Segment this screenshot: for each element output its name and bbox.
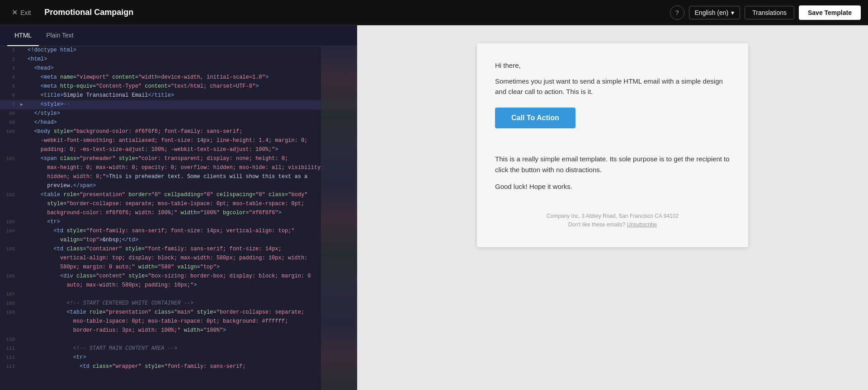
code-line: border-radius: 3px; width: 100%;" width=… — [0, 326, 357, 335]
help-button[interactable]: ? — [670, 5, 684, 20]
cta-button[interactable]: Call To Action — [495, 108, 576, 128]
exit-button[interactable]: ✕ Exit — [7, 5, 35, 19]
code-line: 2 <html> — [0, 55, 357, 64]
code-line: preview.</span> — [0, 182, 357, 191]
code-line: 112 <tr> — [0, 353, 357, 362]
code-line: 103 <tr> — [0, 218, 357, 227]
page-title: Promotional Campaign — [44, 8, 133, 17]
code-line: max-height: 0; max-width: 0; opacity: 0;… — [0, 164, 357, 173]
language-selector[interactable]: English (en) ▾ — [689, 6, 741, 19]
close-icon: ✕ — [12, 8, 18, 17]
code-line: 5 <meta http-equiv="Content-Type" conten… — [0, 82, 357, 91]
code-line: mso-table-lspace: 0pt; mso-table-rspace:… — [0, 317, 357, 326]
code-line: 99 </head> — [0, 118, 357, 127]
code-line: 3 <head> — [0, 64, 357, 73]
code-line: 6 <title>Simple Transactional Email</tit… — [0, 91, 357, 100]
main-layout: HTML Plain Text 1 <!doctype html> 2 <htm… — [0, 25, 868, 390]
code-line: 101 <span class="preheader" style="color… — [0, 155, 357, 164]
cta-container: Call To Action — [495, 108, 730, 141]
code-line: 98 </style> — [0, 109, 357, 118]
code-line: 106 <div class="content" style="box-sizi… — [0, 272, 357, 281]
topbar: ✕ Exit Promotional Campaign ? English (e… — [0, 0, 868, 25]
footer-unsubscribe-link[interactable]: Unsubscribe — [627, 221, 657, 228]
code-line: 104 <td style="font-family: sans-serif; … — [0, 227, 357, 236]
email-luck-text: Good luck! Hope it works. — [495, 183, 730, 190]
code-lines: 1 <!doctype html> 2 <html> 3 <head> 4 — [0, 46, 357, 371]
email-intro: Sometimes you just want to send a simple… — [495, 76, 730, 97]
tab-html[interactable]: HTML — [7, 25, 39, 46]
code-line: 111 <!-- START MAIN CONTENT AREA --> — [0, 344, 357, 353]
email-preview-container: Hi there, Sometimes you just want to sen… — [477, 43, 748, 247]
code-line: 109 <table role="presentation" class="ma… — [0, 308, 357, 317]
footer-address: Company Inc, 3 Abbey Road, San Francisco… — [547, 213, 679, 219]
code-line: hidden; width: 0;">This is preheader tex… — [0, 173, 357, 182]
exit-label: Exit — [20, 9, 31, 16]
code-line: background-color: #f6f6f6; width: 100%;"… — [0, 209, 357, 218]
code-line: vertical-align: top; display: block; max… — [0, 254, 357, 263]
footer-unsubscribe-prefix: Don't like these emails? — [568, 221, 625, 228]
save-template-button[interactable]: Save Template — [799, 5, 861, 20]
translations-button[interactable]: Translations — [745, 6, 794, 19]
editor-tabs: HTML Plain Text — [0, 25, 357, 46]
chevron-down-icon: ▾ — [731, 9, 734, 16]
code-line: 113 <td class="wrapper" style="font-fami… — [0, 362, 357, 371]
language-label: English (en) — [695, 9, 729, 16]
code-minimap[interactable] — [321, 46, 357, 390]
code-line: -webkit-font-smoothing: antialiased; fon… — [0, 136, 357, 146]
code-line: 4 <meta name="viewport" content="width=d… — [0, 73, 357, 82]
code-line: 1 <!doctype html> — [0, 46, 357, 55]
code-line: style="border-collapse: separate; mso-ta… — [0, 200, 357, 209]
code-line: 110 — [0, 335, 357, 344]
code-line: 107 — [0, 290, 357, 299]
code-line: 102 <table role="presentation" border="0… — [0, 191, 357, 200]
code-line: valign="top">&nbsp;</td> — [0, 236, 357, 245]
code-line: 100 <body style="background-color: #f6f6… — [0, 127, 357, 136]
code-line: padding: 0; -ms-text-size-adjust: 100%; … — [0, 146, 357, 155]
code-panel: HTML Plain Text 1 <!doctype html> 2 <htm… — [0, 25, 357, 390]
code-line: auto; max-width: 580px; padding: 10px;"> — [0, 281, 357, 290]
minimap-canvas — [321, 46, 357, 390]
code-line: 7 ▶ <style>-- — [0, 100, 357, 109]
topbar-actions: ? English (en) ▾ Translations Save Templ… — [670, 5, 861, 20]
code-line: 108 <!-- START CENTERED WHITE CONTAINER … — [0, 299, 357, 308]
code-line: 580px; margin: 0 auto;" width="580" vali… — [0, 263, 357, 272]
email-greeting: Hi there, — [495, 61, 730, 69]
code-line: 105 <td class="container" style="font-fa… — [0, 245, 357, 254]
email-footer: Company Inc, 3 Abbey Road, San Francisco… — [495, 212, 730, 229]
tab-plain-text[interactable]: Plain Text — [39, 25, 80, 46]
preview-panel: Hi there, Sometimes you just want to sen… — [357, 25, 868, 390]
code-editor[interactable]: 1 <!doctype html> 2 <html> 3 <head> 4 — [0, 46, 357, 390]
email-body-text: This is a really simple email template. … — [495, 154, 730, 175]
